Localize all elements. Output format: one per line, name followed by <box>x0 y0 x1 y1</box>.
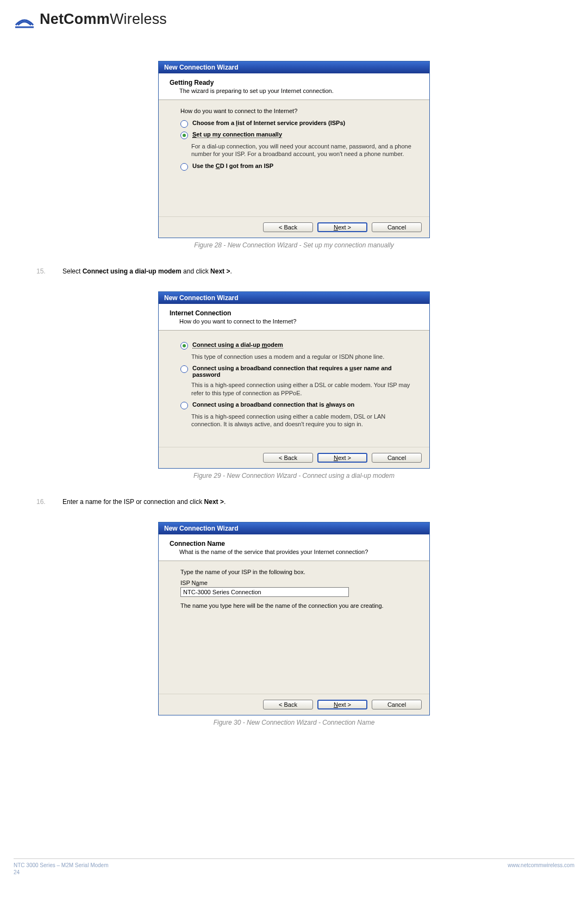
step-number: 15. <box>36 267 49 275</box>
wizard-header-title: Getting Ready <box>170 79 422 86</box>
footer-doc-title: NTC 3000 Series – M2M Serial Modem <box>14 862 109 868</box>
body-text: Type the name of your ISP in the followi… <box>180 569 413 575</box>
isp-name-label: ISP Name <box>180 580 413 586</box>
radio-option-dialup[interactable]: Connect using a dial-up modem <box>180 341 413 350</box>
footer-page-number: 24 <box>14 869 109 875</box>
isp-name-input[interactable] <box>180 587 349 597</box>
back-button[interactable]: < Back <box>263 700 313 709</box>
radio-icon <box>180 365 188 373</box>
radio-label: Connect using a dial-up modem <box>192 341 283 348</box>
wizard-prompt: How do you want to connect to the Intern… <box>180 108 413 114</box>
figure-caption-28: Figure 28 - New Connection Wizard - Set … <box>14 241 574 249</box>
figure-caption-29: Figure 29 - New Connection Wizard - Conn… <box>14 472 574 480</box>
radio-option-manual[interactable]: Set up my connection manually <box>180 131 413 139</box>
logo-text: NetCommWireless <box>40 11 167 28</box>
wizard-titlebar: New Connection Wizard <box>159 61 429 73</box>
radio-icon <box>180 132 188 139</box>
wizard-header-sub: The wizard is preparing to set up your I… <box>170 88 422 94</box>
wizard-figure-30: New Connection Wizard Connection Name Wh… <box>158 522 430 715</box>
radio-option-cd[interactable]: Use the CD I got from an ISP <box>180 163 413 171</box>
radio-label: Connect using a broadband connection tha… <box>192 401 354 408</box>
page-footer: NTC 3000 Series – M2M Serial Modem 24 ww… <box>14 858 574 881</box>
radio-description: For a dial-up connection, you will need … <box>191 142 413 158</box>
wizard-footer: < Back Next > Cancel <box>159 694 429 715</box>
wizard-header: Getting Ready The wizard is preparing to… <box>159 73 429 100</box>
radio-option-isp-list[interactable]: Choose from a list of Internet service p… <box>180 120 413 128</box>
wireless-icon <box>14 10 35 28</box>
wizard-footer: < Back Next > Cancel <box>159 216 429 238</box>
radio-icon <box>180 402 188 409</box>
wizard-titlebar: New Connection Wizard <box>159 292 429 304</box>
radio-label: Connect using a broadband connection tha… <box>192 365 413 378</box>
radio-icon <box>180 342 188 350</box>
cancel-button[interactable]: Cancel <box>372 222 422 232</box>
step-text: Enter a name for the ISP or connection a… <box>62 498 226 506</box>
radio-option-broadband-auth[interactable]: Connect using a broadband connection tha… <box>180 365 413 378</box>
wizard-header-sub: How do you want to connect to the Intern… <box>170 318 422 325</box>
back-button[interactable]: < Back <box>263 453 313 463</box>
radio-label: Choose from a list of Internet service p… <box>192 120 345 126</box>
wizard-titlebar: New Connection Wizard <box>159 522 429 534</box>
wizard-header: Internet Connection How do you want to c… <box>159 304 429 331</box>
radio-description: This type of connection uses a modem and… <box>191 353 413 360</box>
wizard-footer: < Back Next > Cancel <box>159 447 429 468</box>
wizard-figure-28: New Connection Wizard Getting Ready The … <box>158 61 430 238</box>
radio-description: This is a high-speed connection using ei… <box>191 413 413 428</box>
wizard-figure-29: New Connection Wizard Internet Connectio… <box>158 291 430 469</box>
radio-label: Use the CD I got from an ISP <box>192 163 273 169</box>
radio-icon <box>180 163 188 171</box>
company-logo: NetCommWireless <box>14 10 574 28</box>
next-button[interactable]: Next > <box>317 222 367 232</box>
next-button[interactable]: Next > <box>317 700 367 709</box>
wizard-header-sub: What is the name of the service that pro… <box>170 549 422 555</box>
radio-icon <box>180 120 188 128</box>
wizard-header-title: Connection Name <box>170 540 422 547</box>
radio-option-broadband-always[interactable]: Connect using a broadband connection tha… <box>180 401 413 409</box>
footer-url: www.netcommwireless.com <box>508 862 574 875</box>
step-15: 15. Select Connect using a dial-up modem… <box>36 267 574 275</box>
wizard-header: Connection Name What is the name of the … <box>159 534 429 561</box>
wizard-header-title: Internet Connection <box>170 309 422 317</box>
back-button[interactable]: < Back <box>263 222 313 232</box>
radio-description: This is a high-speed connection using ei… <box>191 381 413 397</box>
figure-caption-30: Figure 30 - New Connection Wizard - Conn… <box>14 719 574 726</box>
step-16: 16. Enter a name for the ISP or connecti… <box>36 498 574 506</box>
radio-label: Set up my connection manually <box>192 131 282 138</box>
step-text: Select Connect using a dial-up modem and… <box>62 267 232 275</box>
step-number: 16. <box>36 498 49 506</box>
cancel-button[interactable]: Cancel <box>372 453 422 463</box>
body-note: The name you type here will be the name … <box>180 602 413 609</box>
next-button[interactable]: Next > <box>317 453 367 463</box>
cancel-button[interactable]: Cancel <box>372 700 422 709</box>
